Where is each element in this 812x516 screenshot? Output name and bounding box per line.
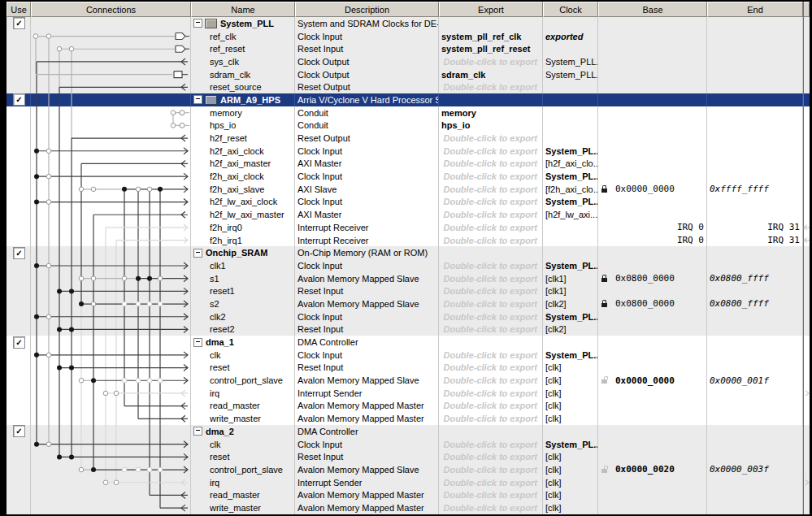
export-placeholder[interactable]: Double-click to export <box>443 210 537 219</box>
export-placeholder[interactable]: Double-click to export <box>443 452 537 462</box>
port-row-read_master[interactable]: read_masterAvalon Memory Mapped MasterDo… <box>7 400 810 413</box>
lock-icon[interactable] <box>601 278 607 282</box>
base-address[interactable]: 0x0800_0000 <box>615 273 675 284</box>
collapse-icon[interactable] <box>193 427 202 436</box>
port-row-write_master[interactable]: write_masterAvalon Memory Mapped MasterD… <box>7 501 810 514</box>
export-placeholder[interactable]: Double-click to export <box>443 375 537 385</box>
module-row-dma_1[interactable]: ✓dma_1DMA Controller <box>7 336 810 349</box>
column-header-name[interactable]: Name <box>191 2 295 17</box>
port-row-ref_clk[interactable]: ref_clkClock Inputsystem_pll_ref_clkexpo… <box>7 30 810 43</box>
port-row-ref_reset[interactable]: ref_resetReset Inputsystem_pll_ref_reset <box>7 42 810 55</box>
port-row-hps_io[interactable]: hps_ioConduithps_io <box>7 119 810 132</box>
port-row-clk1[interactable]: clk1Clock InputDouble-click to exportSys… <box>7 259 810 272</box>
collapse-icon[interactable] <box>193 95 202 104</box>
export-placeholder[interactable]: Double-click to export <box>443 286 537 296</box>
export-placeholder[interactable]: Double-click to export <box>443 440 537 449</box>
port-row-clk2[interactable]: clk2Clock InputDouble-click to exportSys… <box>7 310 810 323</box>
export-placeholder[interactable]: Double-click to export <box>443 82 537 92</box>
module-row-Onchip_SRAM[interactable]: ✓Onchip_SRAMOn-Chip Memory (RAM or ROM) <box>7 246 810 259</box>
collapse-icon[interactable] <box>193 19 202 28</box>
port-row-clk[interactable]: clkClock InputDouble-click to exportSyst… <box>7 438 810 451</box>
port-row-read_master[interactable]: read_masterAvalon Memory Mapped MasterDo… <box>7 488 810 501</box>
export-placeholder[interactable]: Double-click to export <box>443 236 537 245</box>
port-row-h2f_axi_clock[interactable]: h2f_axi_clockClock InputDouble-click to … <box>7 145 810 158</box>
export-placeholder[interactable]: Double-click to export <box>443 223 537 232</box>
port-row-clk[interactable]: clkClock InputDouble-click to exportSyst… <box>7 349 810 362</box>
unlocked-icon[interactable] <box>601 469 607 473</box>
export-placeholder[interactable]: Double-click to export <box>443 197 537 206</box>
irq-strip-cell <box>803 374 810 387</box>
export-placeholder[interactable]: Double-click to export <box>443 299 537 309</box>
lock-icon[interactable] <box>601 189 607 193</box>
export-placeholder[interactable]: Double-click to export <box>443 184 537 194</box>
use-checkbox[interactable]: ✓ <box>13 17 25 29</box>
name-cell: Onchip_SRAM <box>191 246 295 259</box>
collapse-icon[interactable] <box>193 338 202 347</box>
use-checkbox[interactable]: ✓ <box>13 93 25 106</box>
column-header-base[interactable]: Base <box>598 2 707 17</box>
port-row-h2f_lw_axi_master[interactable]: h2f_lw_axi_masterAXI MasterDouble-click … <box>7 208 810 221</box>
use-checkbox[interactable]: ✓ <box>13 425 25 437</box>
port-row-f2h_axi_clock[interactable]: f2h_axi_clockClock InputDouble-click to … <box>7 170 810 183</box>
export-placeholder[interactable]: Double-click to export <box>443 362 537 372</box>
export-placeholder[interactable]: Double-click to export <box>443 171 537 181</box>
port-row-reset1[interactable]: reset1Reset InputDouble-click to export[… <box>7 284 810 297</box>
use-checkbox[interactable]: ✓ <box>13 336 25 349</box>
export-placeholder[interactable]: Double-click to export <box>443 401 537 410</box>
collapse-icon[interactable] <box>193 249 202 258</box>
export-placeholder[interactable]: Double-click to export <box>443 324 537 334</box>
module-name: ARM_A9_HPS <box>220 95 280 105</box>
export-placeholder[interactable]: Double-click to export <box>443 312 537 322</box>
port-row-s2[interactable]: s2Avalon Memory Mapped SlaveDouble-click… <box>7 297 810 310</box>
port-row-reset[interactable]: resetReset InputDouble-click to export[c… <box>7 450 810 463</box>
export-placeholder[interactable]: Double-click to export <box>443 490 537 500</box>
port-row-memory[interactable]: memoryConduitmemory <box>7 106 810 119</box>
port-row-reset2[interactable]: reset2Reset InputDouble-click to export[… <box>7 323 810 336</box>
base-address[interactable]: 0x0000_0020 <box>615 464 675 475</box>
port-row-sdram_clk[interactable]: sdram_clkClock Outputsdram_clkSystem_PLL… <box>7 68 810 81</box>
port-row-sys_clk[interactable]: sys_clkClock OutputDouble-click to expor… <box>7 55 810 68</box>
module-row-System_PLL[interactable]: ✓System_PLLSystem and SDRAM Clocks for D… <box>7 17 810 30</box>
module-row-ARM_A9_HPS[interactable]: ✓ARM_A9_HPSArria V/Cyclone V Hard Proces… <box>7 93 810 106</box>
column-header-clock[interactable]: Clock <box>543 2 598 17</box>
port-row-h2f_axi_master[interactable]: h2f_axi_masterAXI MasterDouble-click to … <box>7 158 810 171</box>
export-placeholder[interactable]: Double-click to export <box>443 350 537 360</box>
export-placeholder[interactable]: Double-click to export <box>443 146 537 156</box>
port-row-h2f_reset[interactable]: h2f_resetReset OutputDouble-click to exp… <box>7 132 810 145</box>
port-row-reset_source[interactable]: reset_sourceReset OutputDouble-click to … <box>7 80 810 93</box>
column-header-connections[interactable]: Connections <box>31 2 191 17</box>
port-row-control_port_slave[interactable]: control_port_slaveAvalon Memory Mapped S… <box>7 374 810 387</box>
export-placeholder[interactable]: Double-click to export <box>443 388 537 398</box>
port-row-irq[interactable]: irqInterrupt SenderDouble-click to expor… <box>7 387 810 400</box>
module-row-dma_2[interactable]: ✓dma_2DMA Controller <box>7 425 810 438</box>
port-row-f2h_irq0[interactable]: f2h_irq0Interrupt ReceiverDouble-click t… <box>7 221 810 234</box>
export-placeholder[interactable]: Double-click to export <box>443 503 537 513</box>
port-row-irq[interactable]: irqInterrupt SenderDouble-click to expor… <box>7 476 810 489</box>
export-placeholder[interactable]: Double-click to export <box>443 133 537 143</box>
export-placeholder[interactable]: Double-click to export <box>443 57 537 67</box>
export-placeholder[interactable]: Double-click to export <box>443 274 537 284</box>
export-placeholder[interactable]: Double-click to export <box>443 478 537 488</box>
port-row-f2h_axi_slave[interactable]: f2h_axi_slaveAXI SlaveDouble-click to ex… <box>7 183 810 196</box>
port-row-write_master[interactable]: write_masterAvalon Memory Mapped MasterD… <box>7 412 810 425</box>
unlocked-icon[interactable] <box>601 379 607 384</box>
port-row-control_port_slave[interactable]: control_port_slaveAvalon Memory Mapped S… <box>7 463 810 476</box>
lock-icon[interactable] <box>601 303 607 307</box>
column-header-description[interactable]: Description <box>295 2 439 17</box>
port-row-reset[interactable]: resetReset InputDouble-click to export[c… <box>7 362 810 375</box>
use-checkbox[interactable]: ✓ <box>13 247 25 259</box>
port-row-s1[interactable]: s1Avalon Memory Mapped SlaveDouble-click… <box>7 272 810 285</box>
column-header-use[interactable]: Use <box>7 2 31 17</box>
base-address[interactable]: 0x0000_0000 <box>615 375 675 386</box>
column-header-end[interactable]: End <box>707 2 803 17</box>
column-header-export[interactable]: Export <box>439 2 543 17</box>
port-row-h2f_lw_axi_clock[interactable]: h2f_lw_axi_clockClock InputDouble-click … <box>7 196 810 209</box>
base-address[interactable]: 0x0000_0000 <box>615 184 675 194</box>
column-header-irq-strip[interactable] <box>803 2 810 17</box>
export-placeholder[interactable]: Double-click to export <box>443 465 537 475</box>
export-placeholder[interactable]: Double-click to export <box>443 414 537 423</box>
export-placeholder[interactable]: Double-click to export <box>443 261 537 271</box>
port-row-f2h_irq1[interactable]: f2h_irq1Interrupt ReceiverDouble-click t… <box>7 234 810 247</box>
export-placeholder[interactable]: Double-click to export <box>443 158 537 168</box>
base-address[interactable]: 0x0800_0000 <box>615 298 675 309</box>
